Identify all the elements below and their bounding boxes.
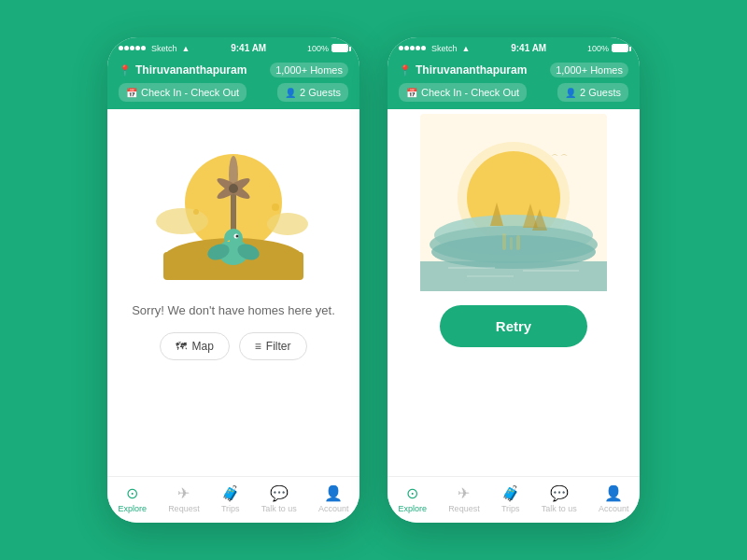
windmill-svg xyxy=(140,114,327,291)
homes-count: 1,000+ Homes xyxy=(270,63,348,77)
bottom-nav-right: ⊙ Explore ✈ Request 🧳 Trips 💬 Talk to us… xyxy=(388,476,640,523)
guests-button-r[interactable]: 👤 2 Guests xyxy=(557,83,628,102)
wifi-icon-r: ▲ xyxy=(462,44,471,53)
content-left: Sorry! We don't have homes here yet. 🗺 M… xyxy=(107,109,359,476)
checkin-label-r: Check In - Check Out xyxy=(421,87,519,98)
svg-rect-26 xyxy=(502,233,506,250)
svg-point-18 xyxy=(272,203,279,211)
signal-dots xyxy=(119,46,146,50)
svg-point-17 xyxy=(193,209,199,215)
request-label: Request xyxy=(168,504,200,513)
nav-talkto-left[interactable]: 💬 Talk to us xyxy=(261,484,297,513)
explore-label: Explore xyxy=(119,504,148,513)
request-icon-r: ✈ xyxy=(458,484,470,502)
content-right: ⌒ ⌒ Retry xyxy=(388,109,640,476)
header-row2-r: 📅 Check In - Check Out 👤 2 Guests xyxy=(399,83,628,102)
svg-text:⌒ ⌒: ⌒ ⌒ xyxy=(551,154,568,162)
request-label-r: Request xyxy=(448,504,480,513)
homes-count-r: 1,000+ Homes xyxy=(550,63,628,77)
account-label-r: Account xyxy=(599,504,629,513)
calendar-icon: 📅 xyxy=(126,88,137,98)
status-bar-right: Sketch ▲ 9:41 AM 100% xyxy=(388,37,640,57)
location-pin-icon: 📍 xyxy=(119,64,132,77)
trips-label: Trips xyxy=(221,504,240,513)
battery-percent: 100% xyxy=(307,44,329,53)
location-pin-icon-r: 📍 xyxy=(399,64,412,77)
battery-percent-r: 100% xyxy=(587,44,609,53)
account-label: Account xyxy=(318,504,349,513)
map-label[interactable]: Map xyxy=(191,340,213,353)
carrier-label-r: Sketch xyxy=(431,44,458,53)
battery-icon-r xyxy=(612,44,628,52)
talkto-label-r: Talk to us xyxy=(542,504,577,513)
svg-point-13 xyxy=(236,235,239,238)
empty-state-message: Sorry! We don't have homes here yet. xyxy=(132,303,335,317)
nav-trips-left[interactable]: 🧳 Trips xyxy=(221,484,240,513)
phone-right: Sketch ▲ 9:41 AM 100% 📍 Thiruvananthapur… xyxy=(388,37,640,523)
person-icon-r: 👤 xyxy=(565,88,576,98)
account-icon: 👤 xyxy=(324,484,343,502)
svg-rect-28 xyxy=(516,235,520,250)
header-row1-r: 📍 Thiruvananthapuram 1,000+ Homes xyxy=(399,63,628,77)
time-display-r: 9:41 AM xyxy=(511,43,546,53)
status-left: Sketch ▲ xyxy=(119,44,190,53)
svg-point-2 xyxy=(267,213,308,235)
illustration-windmill xyxy=(107,109,359,296)
svg-point-1 xyxy=(156,208,208,234)
filter-icon: ≡ xyxy=(255,340,261,353)
explore-label-r: Explore xyxy=(399,504,428,513)
status-bar-left: Sketch ▲ 9:41 AM 100% xyxy=(107,37,359,57)
phone-left: Sketch ▲ 9:41 AM 100% 📍 Thiruvananthapur… xyxy=(107,37,359,523)
illustration-sunset: ⌒ ⌒ xyxy=(388,109,640,296)
chat-icon: 💬 xyxy=(270,484,289,502)
trips-label-r: Trips xyxy=(501,504,520,513)
guests-label-r: 2 Guests xyxy=(580,87,621,98)
battery-icon xyxy=(331,44,348,52)
status-left-r: Sketch ▲ xyxy=(399,44,470,53)
location-row-r[interactable]: 📍 Thiruvananthapuram xyxy=(399,63,527,77)
time-display: 9:41 AM xyxy=(231,43,266,53)
guests-button[interactable]: 👤 2 Guests xyxy=(277,83,348,102)
header-row1: 📍 Thiruvananthapuram 1,000+ Homes xyxy=(119,63,348,77)
person-icon: 👤 xyxy=(285,88,296,98)
svg-point-9 xyxy=(229,184,238,193)
action-buttons: 🗺 Map ≡ Filter xyxy=(160,332,306,360)
filter-label[interactable]: Filter xyxy=(266,340,291,353)
retry-button[interactable]: Retry xyxy=(440,305,587,347)
svg-point-11 xyxy=(224,229,243,247)
header-right: 📍 Thiruvananthapuram 1,000+ Homes 📅 Chec… xyxy=(388,57,640,109)
checkin-button[interactable]: 📅 Check In - Check Out xyxy=(119,83,247,102)
request-icon: ✈ xyxy=(177,484,190,502)
signal-dots-r xyxy=(399,46,426,50)
talkto-label: Talk to us xyxy=(261,504,297,513)
status-right-r: 100% xyxy=(587,44,628,53)
location-row[interactable]: 📍 Thiruvananthapuram xyxy=(119,63,247,77)
nav-account-left[interactable]: 👤 Account xyxy=(318,484,349,513)
trips-icon-r: 🧳 xyxy=(501,484,520,502)
explore-icon-r: ⊙ xyxy=(406,484,418,502)
nav-explore-right[interactable]: ⊙ Explore xyxy=(399,484,428,513)
location-text: Thiruvananthapuram xyxy=(135,63,247,77)
explore-icon: ⊙ xyxy=(126,484,138,502)
account-icon-r: 👤 xyxy=(604,484,623,502)
nav-request-left[interactable]: ✈ Request xyxy=(168,484,200,513)
svg-rect-27 xyxy=(510,237,513,250)
map-icon: 🗺 xyxy=(176,340,187,353)
checkin-button-r[interactable]: 📅 Check In - Check Out xyxy=(399,83,527,102)
sunset-svg: ⌒ ⌒ xyxy=(420,114,607,291)
status-right: 100% xyxy=(307,44,348,53)
chat-icon-r: 💬 xyxy=(550,484,569,502)
nav-account-right[interactable]: 👤 Account xyxy=(599,484,629,513)
carrier-label: Sketch xyxy=(151,44,177,53)
nav-explore-left[interactable]: ⊙ Explore xyxy=(119,484,148,513)
nav-request-right[interactable]: ✈ Request xyxy=(448,484,480,513)
filter-button[interactable]: ≡ Filter xyxy=(239,332,307,360)
calendar-icon-r: 📅 xyxy=(406,88,417,98)
nav-trips-right[interactable]: 🧳 Trips xyxy=(501,484,520,513)
checkin-label: Check In - Check Out xyxy=(141,87,239,98)
nav-talkto-right[interactable]: 💬 Talk to us xyxy=(542,484,577,513)
guests-label: 2 Guests xyxy=(300,87,341,98)
trips-icon: 🧳 xyxy=(221,484,240,502)
map-button[interactable]: 🗺 Map xyxy=(160,332,229,360)
header-left: 📍 Thiruvananthapuram 1,000+ Homes 📅 Chec… xyxy=(107,57,359,109)
